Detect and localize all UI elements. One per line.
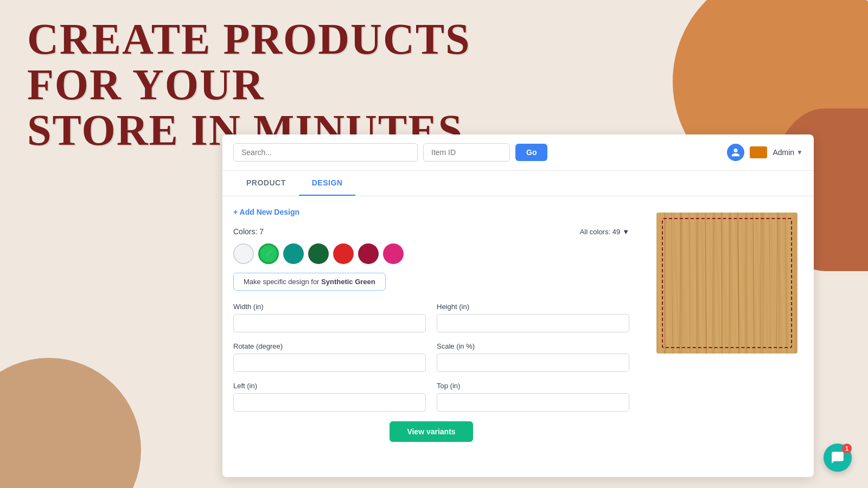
color-swatch-green[interactable]: ✓ [258, 243, 279, 264]
main-panel: Go Admin ▼ PRODUCT DESIGN + Add New Desi… [222, 134, 814, 477]
tab-design[interactable]: DESIGN [299, 171, 356, 196]
color-swatch-dark-green[interactable] [308, 243, 329, 264]
top-label: Top (in) [437, 382, 629, 390]
left-top-row: Left (in) Top (in) [233, 382, 629, 412]
rotate-group: Rotate (degree) [233, 342, 426, 372]
view-variants-container: View variants [233, 421, 629, 442]
panel-content: + Add New Design Colors: 7 All colors: 4… [222, 196, 814, 458]
svg-line-16 [792, 213, 793, 354]
bg-decoration-bottom-left [0, 358, 141, 488]
width-group: Width (in) [233, 303, 426, 332]
top-group: Top (in) [437, 382, 629, 412]
height-group: Height (in) [437, 303, 629, 332]
top-input[interactable] [437, 393, 629, 412]
admin-chevron-icon: ▼ [796, 149, 803, 156]
user-avatar-icon [727, 144, 744, 161]
admin-label[interactable]: Admin ▼ [773, 148, 803, 157]
rotate-scale-row: Rotate (degree) Scale (in %) [233, 342, 629, 372]
color-swatch-dark-red[interactable] [358, 243, 379, 264]
add-design-link[interactable]: + Add New Design [233, 208, 299, 216]
chat-button[interactable]: 1 [824, 444, 852, 472]
scale-input[interactable] [437, 354, 629, 372]
height-label: Height (in) [437, 303, 629, 311]
chat-badge: 1 [842, 444, 852, 453]
scale-group: Scale (in %) [437, 342, 629, 372]
chat-icon [831, 451, 845, 465]
panel-header: Go Admin ▼ [222, 134, 814, 171]
item-id-input[interactable] [423, 143, 510, 162]
specific-design-button[interactable]: Make specific design for Synthetic Green [233, 273, 386, 291]
color-swatch-teal[interactable] [283, 243, 304, 264]
colors-row: Colors: 7 All colors: 49 ▼ [233, 227, 629, 236]
user-color-swatch [750, 146, 767, 158]
rotate-input[interactable] [233, 354, 426, 372]
product-preview [656, 213, 797, 354]
colors-count-label: Colors: 7 [233, 227, 264, 236]
tabs-bar: PRODUCT DESIGN [222, 171, 814, 196]
width-label: Width (in) [233, 303, 426, 311]
dashed-border-overlay [662, 218, 792, 348]
hero-title: CREATE PRODUCTS FOR YOUR STORE IN MINUTE… [27, 16, 515, 153]
form-area: + Add New Design Colors: 7 All colors: 4… [233, 207, 629, 447]
color-swatch-pink[interactable] [383, 243, 404, 264]
color-swatches: ✓ [233, 243, 629, 264]
dropdown-chevron-icon: ▼ [622, 228, 629, 236]
left-group: Left (in) [233, 382, 426, 412]
width-input[interactable] [233, 314, 426, 332]
search-input[interactable] [233, 143, 418, 162]
all-colors-dropdown[interactable]: All colors: 49 ▼ [580, 228, 629, 236]
view-variants-button[interactable]: View variants [390, 421, 473, 442]
height-input[interactable] [437, 314, 629, 332]
rotate-label: Rotate (degree) [233, 342, 426, 350]
preview-area [651, 207, 803, 447]
left-label: Left (in) [233, 382, 426, 390]
scale-label: Scale (in %) [437, 342, 629, 350]
go-button[interactable]: Go [515, 144, 547, 161]
left-input[interactable] [233, 393, 426, 412]
width-height-row: Width (in) Height (in) [233, 303, 629, 332]
color-swatch-red[interactable] [333, 243, 354, 264]
tab-product[interactable]: PRODUCT [233, 171, 299, 196]
color-swatch-white[interactable] [233, 243, 254, 264]
